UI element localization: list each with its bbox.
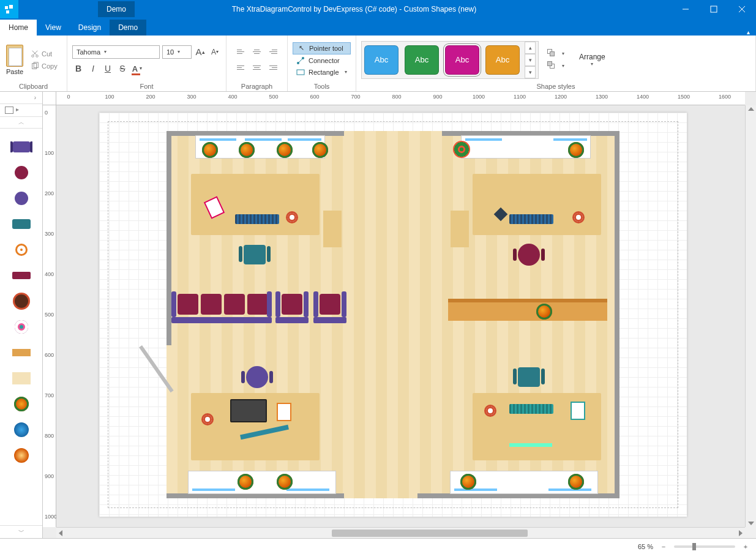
font-color-button[interactable]: A ▾ (131, 62, 143, 75)
plant-icon[interactable] (312, 142, 328, 158)
stencil-desk-cream[interactable] (10, 370, 32, 387)
coffee-cup-icon[interactable] (288, 213, 296, 222)
coffee-cup-icon[interactable] (574, 213, 583, 222)
keyboard-icon[interactable] (509, 404, 553, 414)
gallery-up-button[interactable]: ▴ (525, 42, 536, 54)
plant-icon[interactable] (568, 474, 584, 490)
rectangle-tool[interactable]: Rectangle ▾ (293, 67, 351, 78)
notebook-icon[interactable] (277, 403, 291, 421)
ribbon-collapse-icon[interactable]: ▴ (741, 29, 756, 36)
office-chair-round[interactable] (518, 244, 540, 266)
scrollbar-thumb[interactable] (332, 530, 528, 537)
desk-top-right[interactable] (473, 174, 601, 235)
keyboard-icon[interactable] (235, 214, 279, 224)
shrink-font-button[interactable]: A▾ (209, 46, 221, 58)
copy-button[interactable]: Copy (28, 61, 60, 72)
plant-icon[interactable] (239, 142, 255, 158)
bold-button[interactable]: B (72, 62, 84, 75)
diagram-page[interactable] (99, 113, 687, 517)
style-swatch-1[interactable]: Abc (405, 45, 439, 75)
diagram-viewport[interactable] (56, 105, 745, 527)
tab-view[interactable]: View (37, 20, 70, 36)
office-chair[interactable] (244, 245, 266, 264)
gallery-down-button[interactable]: ▾ (525, 54, 536, 66)
underline-button[interactable]: U (102, 62, 114, 75)
coffee-cup-icon[interactable] (203, 415, 212, 424)
pointer-tool[interactable]: ↖ Pointer tool (293, 42, 351, 54)
style-swatch-0[interactable]: Abc (364, 45, 399, 75)
computer-icon[interactable] (230, 399, 267, 422)
align-top-left-button[interactable] (234, 45, 248, 59)
vertical-scrollbar[interactable] (745, 105, 756, 527)
italic-button[interactable]: I (87, 62, 99, 75)
bench[interactable] (448, 302, 607, 321)
minimize-button[interactable] (672, 0, 700, 18)
keyboard-icon[interactable] (509, 214, 553, 224)
sofa-long[interactable] (174, 294, 266, 318)
zoom-out-button[interactable]: − (659, 543, 668, 550)
style-swatch-2[interactable]: Abc (445, 45, 479, 75)
font-size-combo[interactable]: 10▾ (162, 45, 192, 59)
stencil-chair-purple-round[interactable] (10, 190, 32, 207)
stencil-armchair-purple[interactable] (10, 138, 32, 155)
notebook-icon[interactable] (571, 402, 585, 420)
send-back-button[interactable]: ▾ (547, 61, 564, 71)
font-family-combo[interactable]: Tahoma▾ (72, 45, 160, 59)
zoom-slider[interactable] (674, 545, 735, 548)
zoom-in-button[interactable]: + (741, 543, 750, 550)
align-center-button[interactable] (250, 61, 264, 75)
shapes-panel-menu[interactable] (0, 104, 42, 117)
shape-style-gallery[interactable]: AbcAbcAbcAbc ▴ ▾ ▾ (361, 41, 539, 79)
plant-icon[interactable] (568, 142, 584, 158)
svg-line-10 (32, 50, 37, 54)
bring-front-button[interactable]: ▾ (547, 49, 564, 59)
stencil-record-teal[interactable] (10, 318, 32, 335)
plant-icon[interactable] (277, 142, 293, 158)
stencil-salad-plate[interactable] (10, 395, 32, 413)
stencil-autumn-plate[interactable] (10, 447, 32, 464)
group-label-tools: Tools (293, 81, 351, 90)
plant-icon[interactable] (277, 474, 293, 490)
horizontal-scrollbar[interactable] (56, 527, 745, 538)
style-swatch-3[interactable]: Abc (485, 45, 520, 75)
grow-font-button[interactable]: A▴ (194, 46, 206, 58)
plant-icon[interactable] (238, 474, 253, 490)
shapes-panel-expand[interactable]: › (0, 92, 42, 104)
align-right-button[interactable] (266, 61, 280, 75)
side-table[interactable] (323, 211, 342, 247)
armchair-icon[interactable] (278, 294, 305, 318)
office-chair[interactable] (518, 367, 540, 387)
coffee-cup-icon[interactable] (486, 406, 495, 415)
cut-button[interactable]: Cut (28, 48, 60, 59)
plant-icon[interactable] (460, 474, 476, 490)
tab-demo[interactable]: Demo (110, 20, 146, 36)
align-top-center-button[interactable] (250, 45, 264, 59)
paste-button[interactable]: Paste (5, 45, 24, 75)
counter-bottom-left[interactable] (189, 471, 335, 493)
stencil-coffee-cup[interactable] (10, 293, 32, 310)
tab-home[interactable]: Home (0, 20, 37, 36)
shapes-panel-collapse-up[interactable]: ︿ (0, 117, 42, 129)
stencil-chair-red-round[interactable] (10, 164, 32, 181)
stencil-globe[interactable] (10, 421, 32, 438)
connector-tool[interactable]: Connector (293, 55, 351, 66)
stencil-target-orange[interactable] (10, 241, 32, 258)
align-top-right-button[interactable] (266, 45, 280, 59)
dartboard-icon[interactable] (453, 141, 470, 158)
shapes-panel-more[interactable]: ﹀ (0, 525, 42, 538)
plant-icon[interactable] (202, 142, 218, 158)
armchair-icon[interactable] (316, 294, 343, 318)
stencil-sofa-maroon[interactable] (10, 267, 32, 284)
stencil-sofa-teal[interactable] (10, 215, 32, 233)
plant-icon[interactable] (536, 304, 552, 320)
office-chair-round[interactable] (246, 366, 268, 388)
side-table[interactable] (451, 211, 469, 247)
maximize-button[interactable] (700, 0, 728, 18)
close-button[interactable] (728, 0, 756, 18)
align-left-button[interactable] (234, 61, 248, 75)
gallery-more-button[interactable]: ▾ (525, 66, 536, 78)
stencil-desk-orange[interactable] (10, 344, 32, 361)
strikethrough-button[interactable]: S (116, 62, 129, 75)
arrange-button[interactable]: Arrange ▾ (573, 49, 612, 70)
tab-design[interactable]: Design (70, 20, 110, 36)
